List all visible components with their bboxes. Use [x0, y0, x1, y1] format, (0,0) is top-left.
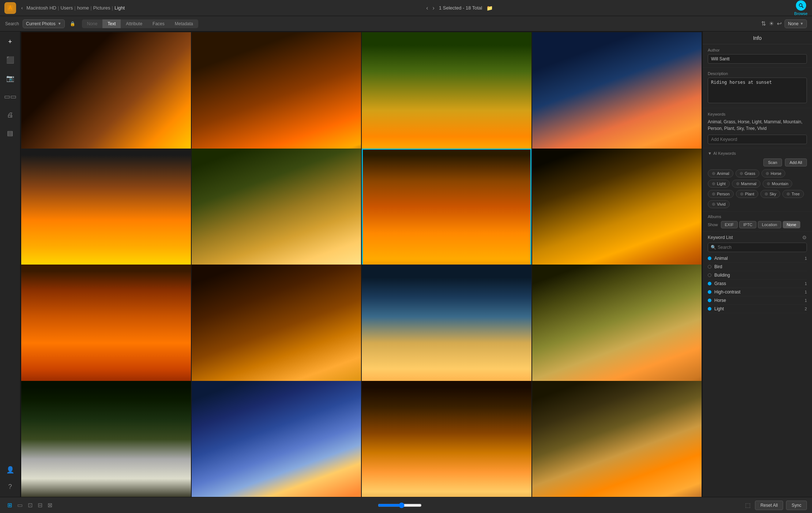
photo-cell-7[interactable] — [362, 149, 531, 279]
breadcrumb-users[interactable]: Users — [60, 5, 73, 11]
expand-button[interactable]: ⬚ — [745, 502, 751, 509]
photo-cell-3[interactable] — [362, 32, 531, 163]
search-scope-dropdown[interactable]: Current Photos ▼ — [23, 19, 65, 28]
ai-kw-tree[interactable]: ⊕ Tree — [782, 190, 804, 198]
ai-kw-mammal[interactable]: ⊕ Mammal — [732, 180, 760, 188]
keyword-search-input[interactable] — [708, 243, 807, 252]
titlebar: ‹ Macintosh HD | Users | home | Pictures… — [0, 0, 812, 16]
view-filmstrip-btn[interactable]: ▭ — [15, 500, 25, 510]
author-input[interactable] — [708, 54, 807, 64]
ai-kw-horse[interactable]: ⊕ Horse — [762, 169, 785, 177]
breadcrumb-macintoshhd[interactable]: Macintosh HD — [26, 5, 56, 11]
filter-tab-metadata[interactable]: Metadata — [170, 19, 198, 28]
thumbnail-size-slider[interactable] — [378, 502, 422, 508]
filter-tab-none[interactable]: None — [82, 19, 103, 28]
photo-cell-1[interactable] — [21, 32, 191, 163]
photo-cell-10[interactable] — [192, 265, 361, 395]
ai-actions: Scan Add All — [708, 158, 807, 166]
plus-icon: ⊕ — [786, 191, 790, 196]
photo-cell-9[interactable] — [21, 265, 191, 395]
view-fullscreen-btn[interactable]: ⊟ — [35, 500, 45, 510]
plus-icon: ⊕ — [712, 181, 715, 186]
photo-cell-5[interactable] — [21, 149, 191, 279]
app-icon[interactable] — [4, 2, 16, 14]
lock-icon[interactable]: 🔒 — [70, 21, 75, 26]
add-keyword-input[interactable] — [708, 135, 807, 144]
description-textarea[interactable]: Riding horses at sunset — [708, 78, 807, 103]
rating-dropdown[interactable]: None ▼ — [785, 19, 807, 28]
photo-cell-13[interactable] — [21, 381, 191, 497]
photo-cell-16[interactable] — [532, 381, 702, 497]
photo-cell-12[interactable] — [532, 265, 702, 395]
browse-button[interactable]: Browse — [794, 0, 808, 16]
kw-dot-horse — [708, 299, 711, 302]
sidebar-camera-icon[interactable]: 📷 — [4, 72, 16, 84]
add-all-button[interactable]: Add All — [785, 158, 807, 166]
photo-cell-4[interactable] — [532, 32, 702, 163]
show-exif-btn[interactable]: EXIF — [721, 221, 738, 228]
show-none-btn[interactable]: None — [783, 221, 800, 228]
sidebar-add-icon[interactable]: + — [4, 36, 16, 48]
ai-kw-grass[interactable]: ⊕ Grass — [736, 169, 759, 177]
plus-icon: ⊕ — [766, 171, 769, 176]
sidebar-print-icon[interactable]: 🖨 — [4, 109, 16, 121]
sidebar-user-icon[interactable]: 👤 — [4, 464, 16, 476]
kw-dot-highcontrast — [708, 290, 711, 294]
next-photo-btn[interactable]: › — [431, 4, 436, 12]
ai-kw-mountain[interactable]: ⊕ Mountain — [763, 180, 792, 188]
show-iptc-btn[interactable]: IPTC — [739, 221, 756, 228]
sidebar-help-icon[interactable]: ? — [4, 481, 16, 493]
view-grid-btn[interactable]: ⊞ — [5, 500, 14, 510]
ai-kw-light-label: Light — [717, 181, 726, 186]
filter-tab-faces[interactable]: Faces — [147, 19, 170, 28]
ai-kw-light[interactable]: ⊕ Light — [708, 180, 730, 188]
photo-bg-15 — [362, 381, 531, 497]
photo-bg-12 — [532, 265, 702, 395]
reset-all-button[interactable]: Reset All — [755, 501, 783, 510]
prev-photo-btn[interactable]: ‹ — [425, 4, 429, 12]
ai-kw-plant[interactable]: ⊕ Plant — [736, 190, 758, 198]
scan-button[interactable]: Scan — [763, 158, 782, 166]
breadcrumb-home[interactable]: home — [77, 5, 89, 11]
selection-info: ‹ › 1 Selected - 18 Total 📁 — [125, 4, 794, 12]
kw-item-light: Light 2 — [708, 305, 807, 313]
photo-cell-2[interactable] — [192, 32, 361, 163]
keyword-list-gear-icon[interactable]: ⚙ — [802, 235, 807, 240]
kw-item-grass: Grass 1 — [708, 280, 807, 288]
ai-expand-icon[interactable]: ▼ — [708, 151, 712, 156]
ai-kw-vivid[interactable]: ⊕ Vivid — [708, 200, 730, 208]
breadcrumb-current: Light — [114, 5, 125, 11]
breadcrumb-pictures[interactable]: Pictures — [93, 5, 110, 11]
filter-tab-attribute[interactable]: Attribute — [121, 19, 147, 28]
sidebar-albums-icon[interactable]: ▭▭ — [4, 91, 16, 102]
ai-kw-sky[interactable]: ⊕ Sky — [760, 190, 780, 198]
folder-btn[interactable]: 📁 — [485, 4, 494, 12]
ai-kw-person[interactable]: ⊕ Person — [708, 190, 734, 198]
undo-button[interactable]: ↩ — [777, 20, 782, 27]
sort-button[interactable]: ⇅ — [761, 20, 766, 27]
sync-button[interactable]: Sync — [786, 501, 807, 510]
ai-kw-mountain-label: Mountain — [772, 181, 788, 186]
photo-cell-15[interactable] — [362, 381, 531, 497]
photo-cell-11[interactable] — [362, 265, 531, 395]
ai-kw-animal-label: Animal — [717, 171, 729, 176]
view-compare-btn[interactable]: ⊡ — [26, 500, 35, 510]
photo-bg-9 — [21, 265, 191, 395]
filter-tab-text[interactable]: Text — [102, 19, 121, 28]
plus-icon: ⊕ — [740, 191, 744, 196]
sidebar-monitor-icon[interactable]: ⬛ — [4, 54, 16, 66]
sidebar-layers-icon[interactable]: ▤ — [4, 127, 16, 139]
photo-cell-14[interactable] — [192, 381, 361, 497]
show-location-btn[interactable]: Location — [758, 221, 781, 228]
ai-keywords-grid: ⊕ Animal ⊕ Grass ⊕ Horse ⊕ Light ⊕ Mam — [708, 169, 807, 208]
nav-back-btn[interactable]: ‹ — [21, 5, 23, 11]
ai-kw-horse-label: Horse — [771, 171, 781, 176]
view-map-btn[interactable]: ⊠ — [45, 500, 54, 510]
ai-keywords-section: ▼ AI Keywords Scan Add All ⊕ Animal ⊕ Gr… — [703, 148, 812, 211]
right-panel: Info Author Description Riding horses at… — [702, 31, 812, 497]
photo-cell-8[interactable] — [532, 149, 702, 279]
photo-cell-6[interactable] — [192, 149, 361, 279]
light-button[interactable]: ☀ — [769, 20, 774, 27]
ai-kw-animal[interactable]: ⊕ Animal — [708, 169, 733, 177]
author-section: Author — [703, 44, 812, 68]
